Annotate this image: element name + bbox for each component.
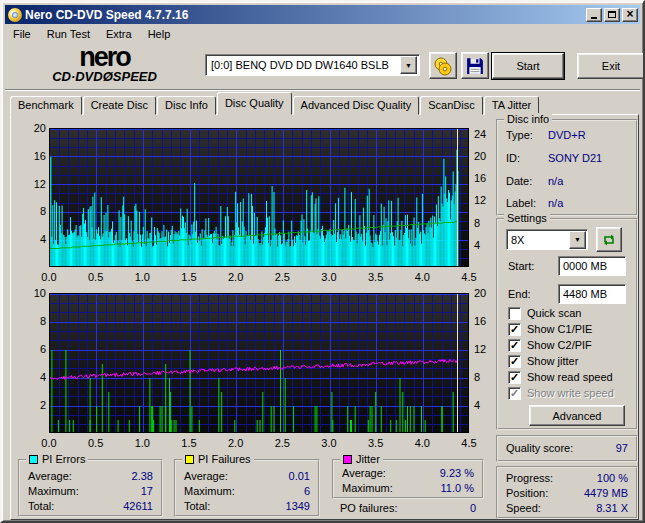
maximize-icon (608, 11, 616, 18)
position-label: Position: (506, 487, 548, 499)
speed-value: 8.31 X (596, 502, 628, 514)
pi-failures-average-value: 0.01 (289, 470, 310, 482)
checkbox-icon: ✓ (508, 339, 521, 352)
quality-score-value: 97 (616, 442, 628, 454)
axis-tick-label: 2 (22, 399, 46, 411)
start-button[interactable]: Start (492, 53, 564, 79)
scan-speed-arrow[interactable]: ▼ (569, 231, 586, 249)
pi-failures-total-value: 1349 (286, 500, 310, 512)
pi-failures-panel: PI Failures Average:0.01 Maximum:6 Total… (174, 459, 320, 517)
jitter-maximum-label: Maximum: (342, 482, 393, 494)
axis-tick-label: 4 (474, 399, 496, 411)
discs-icon (433, 56, 453, 76)
save-button[interactable] (461, 52, 489, 79)
settings-title: Settings (504, 212, 550, 224)
checkbox-label: Show jitter (527, 355, 578, 367)
save-icon (466, 57, 484, 75)
axis-tick-label: 2.5 (269, 271, 295, 283)
minimize-button[interactable] (586, 8, 602, 22)
checkbox-show-jitter[interactable]: ✓Show jitter (508, 354, 578, 368)
axis-tick-label: 1.0 (129, 271, 155, 283)
close-button[interactable]: × (622, 8, 638, 22)
pi-failures-maximum-label: Maximum: (184, 485, 235, 497)
po-failures-value: 0 (470, 502, 476, 514)
axis-tick-label: 6 (22, 343, 46, 355)
checkbox-show-c2-pif[interactable]: ✓Show C2/PIF (508, 338, 592, 352)
tab-strip: Benchmark Create Disc Disc Info Disc Qua… (10, 94, 540, 115)
checkbox-label: Show read speed (527, 371, 613, 383)
axis-tick-label: 12 (474, 343, 496, 355)
end-position-label: End: (508, 288, 531, 300)
start-position-field[interactable]: 0000 MB (558, 256, 626, 276)
menu-help[interactable]: Help (140, 26, 179, 42)
start-position-value: 0000 MB (563, 260, 607, 272)
checkbox-label: Show C2/PIF (527, 339, 592, 351)
pi-errors-average-value: 2.38 (132, 470, 153, 482)
disc-type-value: DVD+R (548, 129, 586, 141)
minimize-icon (591, 17, 597, 19)
end-position-value: 4480 MB (563, 288, 607, 300)
pi-errors-maximum-value: 17 (141, 485, 153, 497)
end-position-field[interactable]: 4480 MB (558, 284, 626, 304)
drive-select-value: [0:0] BENQ DVD DD DW1640 BSLB (206, 59, 400, 71)
po-failures-row: PO failures: 0 (340, 502, 476, 514)
menu-run-test[interactable]: Run Test (39, 26, 98, 42)
axis-tick-label: 4.0 (409, 271, 435, 283)
start-position-label: Start: (508, 260, 534, 272)
chevron-down-icon: ▼ (405, 62, 412, 69)
tab-create-disc[interactable]: Create Disc (83, 96, 156, 115)
axis-tick-label: 3.5 (363, 271, 389, 283)
pi-errors-total-label: Total: (28, 500, 54, 512)
maximize-button[interactable] (604, 8, 620, 22)
checkbox-icon: ✓ (508, 323, 521, 336)
advanced-button[interactable]: Advanced (529, 405, 625, 426)
tab-scandisc[interactable]: ScanDisc (420, 96, 482, 115)
axis-tick-label: 4 (22, 233, 46, 245)
disc-label-label: Label: (506, 197, 548, 209)
checkbox-show-read-speed[interactable]: ✓Show read speed (508, 370, 613, 384)
jitter-swatch (343, 455, 352, 464)
axis-tick-label: 4.5 (456, 437, 482, 449)
tab-benchmark[interactable]: Benchmark (10, 96, 82, 115)
progress-label: Progress: (506, 472, 553, 484)
axis-tick-label: 20 (474, 287, 496, 299)
speed-label: Speed: (506, 502, 541, 514)
nero-logo-text: nero (17, 44, 192, 71)
refresh-button[interactable] (596, 227, 622, 252)
checkbox-quick-scan[interactable]: Quick scan (508, 306, 581, 320)
checkbox-show-c1-pie[interactable]: ✓Show C1/PIE (508, 322, 592, 336)
axis-tick-label: 12 (22, 178, 46, 190)
axis-tick-label: 16 (22, 150, 46, 162)
axis-tick-label: 0.5 (83, 437, 109, 449)
jitter-average-value: 9.23 % (440, 467, 474, 479)
toolbar: nero CD·DVDØSPEED [0:0] BENQ DVD DD DW16… (5, 43, 640, 90)
axis-tick-label: 8 (474, 371, 496, 383)
disc-id-value: SONY D21 (548, 152, 602, 164)
pi-errors-total-value: 42611 (123, 500, 153, 512)
menu-extra[interactable]: Extra (98, 26, 140, 42)
tab-advanced-disc-quality[interactable]: Advanced Disc Quality (293, 96, 420, 115)
axis-tick-label: 10 (22, 287, 46, 299)
disc-tools-button[interactable] (429, 52, 457, 79)
checkbox-icon: ✓ (508, 371, 521, 384)
exit-button[interactable]: Exit (577, 53, 645, 79)
drive-select-arrow[interactable]: ▼ (400, 56, 417, 74)
checkbox-label: Show C1/PIE (527, 323, 592, 335)
axis-tick-label: 4.0 (409, 437, 435, 449)
drive-select[interactable]: [0:0] BENQ DVD DD DW1640 BSLB ▼ (205, 54, 420, 76)
settings-panel: Settings 8X ▼ Start: 0000 MB End: 4480 M… (496, 218, 638, 430)
axis-tick-label: 2.0 (223, 271, 249, 283)
po-failures-label: PO failures: (340, 502, 397, 514)
tab-disc-info[interactable]: Disc Info (157, 96, 216, 115)
pi-failures-swatch (185, 455, 194, 464)
menu-file[interactable]: File (5, 26, 39, 42)
jitter-panel: Jitter Average:9.23 % Maximum:11.0 % (332, 459, 484, 499)
axis-tick-label: 20 (474, 150, 496, 162)
axis-tick-label: 1.5 (176, 271, 202, 283)
app-window: Nero CD-DVD Speed 4.7.7.16 × File Run Te… (0, 0, 645, 523)
position-value: 4479 MB (584, 487, 628, 499)
jitter-average-label: Average: (342, 467, 386, 479)
tab-disc-quality[interactable]: Disc Quality (217, 92, 292, 115)
refresh-icon (602, 233, 616, 247)
scan-speed-select[interactable]: 8X ▼ (506, 229, 588, 250)
